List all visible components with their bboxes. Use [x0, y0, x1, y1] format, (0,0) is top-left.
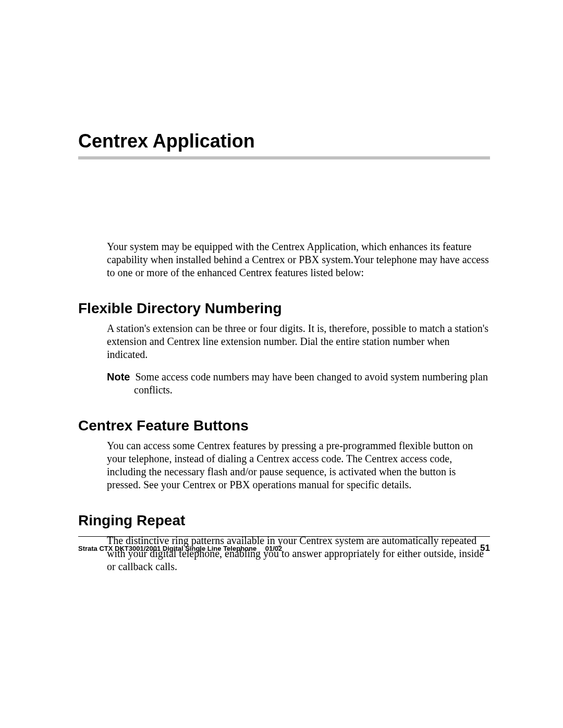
intro-paragraph: Your system may be equipped with the Cen… — [107, 240, 490, 279]
section-heading-flexible-directory: Flexible Directory Numbering — [78, 300, 490, 317]
footer-content: Strata CTX DKT3001/2001 Digital Single L… — [78, 543, 490, 553]
footer-page-number: 51 — [480, 543, 490, 553]
document-page: Centrex Application Your system may be e… — [0, 0, 563, 573]
page-footer: Strata CTX DKT3001/2001 Digital Single L… — [78, 536, 490, 553]
note-label: Note — [107, 371, 130, 382]
footer-doc-title: Strata CTX DKT3001/2001 Digital Single L… — [78, 545, 282, 552]
section-heading-centrex-feature-buttons: Centrex Feature Buttons — [78, 417, 490, 434]
note-block: Note Some access code numbers may have b… — [107, 371, 490, 397]
title-underline-rule — [78, 156, 490, 159]
chapter-title: Centrex Application — [78, 130, 490, 152]
section-body-centrex-feature-buttons: You can access some Centrex features by … — [107, 439, 490, 491]
section-body-flexible-directory: A station's extension can be three or fo… — [107, 322, 490, 361]
section-heading-ringing-repeat: Ringing Repeat — [78, 512, 490, 529]
footer-rule — [78, 536, 490, 537]
note-text: Some access code numbers may have been c… — [134, 371, 488, 396]
